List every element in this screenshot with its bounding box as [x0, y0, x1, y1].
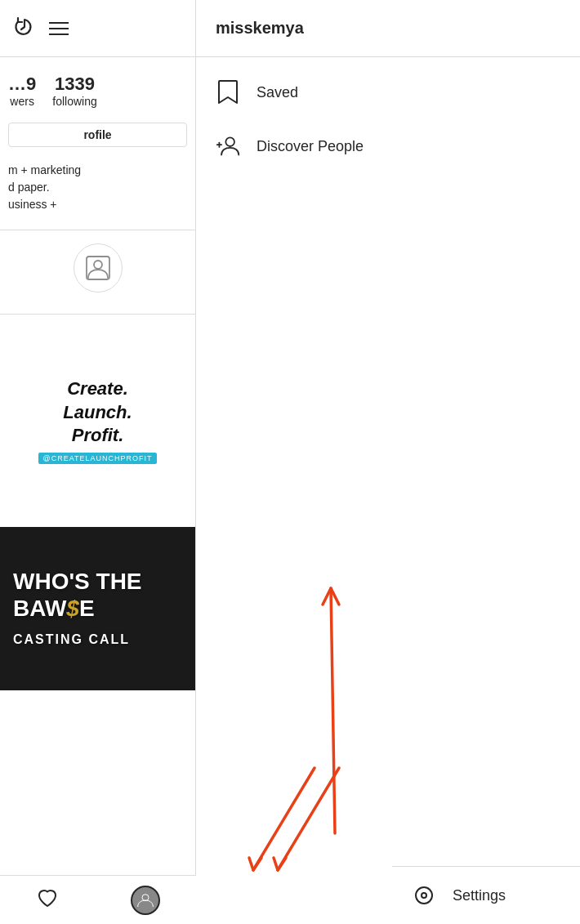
bio-area: m + marketing d paper. usiness + [0, 154, 195, 230]
menu-item-discover[interactable]: Discover People [196, 119, 580, 173]
svg-point-2 [142, 894, 149, 900]
post-item-1[interactable]: Create.Launch.Profit. @CREATELAUNCHPROFI… [0, 315, 195, 527]
username-label: misskemya [216, 19, 304, 38]
history-icon[interactable] [13, 16, 36, 42]
following-label: following [52, 95, 96, 108]
svg-point-1 [94, 261, 102, 269]
highlights-area [0, 230, 195, 306]
bio-line3: usiness + [8, 198, 57, 211]
svg-point-6 [416, 887, 432, 904]
post-title-1: Create.Launch.Profit. [38, 377, 158, 448]
top-bar [0, 0, 195, 57]
highlight-circle [74, 243, 123, 292]
heart-icon[interactable] [36, 887, 59, 913]
svg-point-5 [225, 137, 234, 146]
settings-label: Settings [453, 887, 506, 904]
right-menu-items: Saved Discover People [196, 57, 580, 181]
discover-people-label: Discover People [257, 138, 364, 155]
right-panel: misskemya Saved [196, 0, 580, 924]
profile-avatar-icon[interactable] [131, 886, 160, 915]
following-count: 1339 [55, 74, 95, 95]
followers-count: …9 [8, 74, 36, 95]
post-overlay-1: Create.Launch.Profit. @CREATELAUNCHPROFI… [22, 361, 174, 480]
edit-profile-button[interactable]: rofile [8, 123, 187, 147]
followers-stat: …9 wers [8, 74, 36, 108]
menu-item-saved[interactable]: Saved [196, 65, 580, 119]
saved-label: Saved [257, 84, 298, 101]
post-item-2[interactable]: WHO'S THEBAW$ECASTING CALL [0, 527, 195, 690]
bottom-nav [0, 875, 196, 924]
post-dark-text: WHO'S THEBAW$ECASTING CALL [0, 555, 155, 663]
bio-text: m + marketing d paper. usiness + [8, 162, 187, 213]
highlight-item[interactable] [74, 243, 123, 292]
post-badge-1: @CREATELAUNCHPROFIT [38, 453, 158, 464]
bio-line2: d paper. [8, 181, 50, 194]
profile-stats: …9 wers 1339 following [0, 57, 195, 116]
following-stat: 1339 following [52, 74, 96, 108]
svg-point-7 [422, 893, 426, 898]
hamburger-menu-icon[interactable] [49, 22, 69, 35]
left-panel: …9 wers 1339 following rofile m + market… [0, 0, 196, 924]
followers-label: wers [10, 95, 34, 108]
posts-area: Create.Launch.Profit. @CREATELAUNCHPROFI… [0, 314, 195, 690]
top-bar-icons [13, 16, 69, 42]
right-panel-header: misskemya [196, 0, 580, 57]
settings-icon [412, 883, 436, 908]
bookmark-icon [216, 80, 240, 105]
bio-line1: m + marketing [8, 163, 81, 176]
settings-item[interactable]: Settings [392, 866, 580, 924]
discover-people-icon [216, 134, 240, 158]
